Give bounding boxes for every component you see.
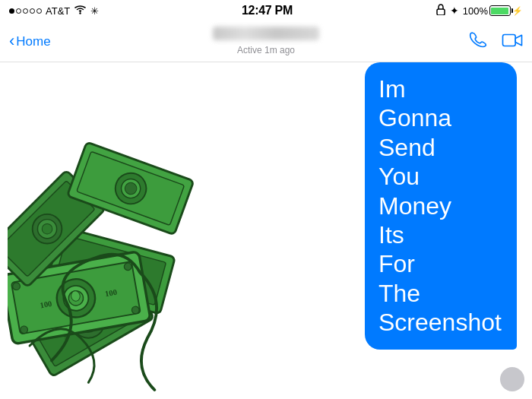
battery-box [489,5,511,16]
charging-icon: ⚡ [512,6,523,16]
lock-icon [435,4,446,17]
svg-rect-2 [503,34,516,46]
nav-bar: ‹ Home Active 1m ago [0,21,532,62]
battery-container: 100% ⚡ [463,5,523,17]
svg-point-0 [80,12,81,14]
bluetooth-icon: ✦ [450,5,459,17]
signal-dots [9,8,42,14]
battery-fill [491,8,508,14]
back-button[interactable]: ‹ Home [9,34,51,49]
active-status: Active 1m ago [237,45,295,55]
wifi-icon [74,5,87,17]
status-bar: AT&T ✳ 12:47 PM ✦ 100% ⚡ [0,0,532,21]
signal-dot-3 [23,8,28,14]
status-left: AT&T ✳ [9,5,99,17]
signal-dot-5 [36,8,42,14]
signal-dot-2 [16,8,21,14]
chat-area: $ $ $ $ 100 [0,62,532,399]
nav-center: Active 1m ago [213,27,319,56]
nav-actions [468,30,523,54]
back-label: Home [16,34,50,49]
svg-rect-1 [437,9,445,15]
battery-percent: 100% [463,5,488,17]
bubble-text: ImGonnaSendYouMoneyItsForTheScreenshot [378,74,503,337]
video-icon[interactable] [502,33,523,51]
signal-dot-4 [30,8,35,14]
money-sticker: $ $ $ $ 100 [8,125,228,399]
status-right: ✦ 100% ⚡ [435,4,523,17]
message-bubble: ImGonnaSendYouMoneyItsForTheScreenshot [365,62,517,350]
carrier-label: AT&T [46,5,70,17]
status-time: 12:47 PM [242,4,293,17]
phone-icon[interactable] [468,30,488,54]
signal-dot-1 [9,8,14,14]
back-chevron-icon: ‹ [9,33,14,49]
avatar [500,367,524,391]
brightness-icon: ✳ [90,5,99,17]
contact-name-blurred [213,27,319,40]
